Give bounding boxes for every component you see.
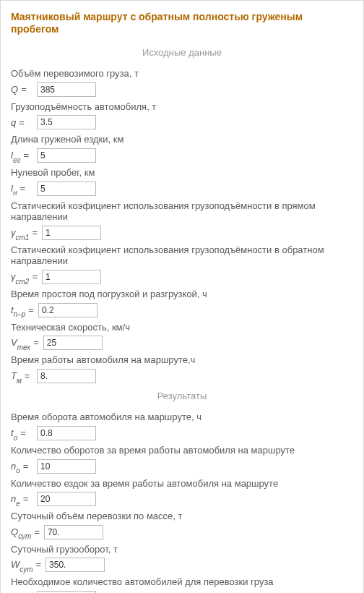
var-Q: Q=: [11, 84, 37, 95]
output-wsut[interactable]: [46, 558, 105, 572]
row-Q: Q=: [11, 82, 353, 97]
label-ln: Нулевой пробег, км: [11, 167, 353, 179]
output-no[interactable]: [37, 459, 96, 474]
output-ne[interactable]: [37, 492, 96, 506]
input-Q[interactable]: [37, 82, 96, 97]
input-q[interactable]: [37, 115, 96, 129]
row-tpr: tп–р=: [11, 303, 353, 317]
output-to[interactable]: [37, 426, 96, 440]
row-wsut: Wсут=: [11, 558, 353, 572]
label-qsut: Суточный объём перевозки по массе, т: [11, 511, 353, 522]
input-gamma2[interactable]: [42, 270, 101, 284]
row-leg: lег=: [11, 148, 353, 163]
label-leg: Длина груженой ездки, км: [11, 134, 353, 145]
var-q: q=: [11, 117, 37, 129]
var-tpr: tп–р=: [11, 304, 38, 316]
var-qsut: Qсут=: [11, 526, 44, 538]
var-ln: lн=: [11, 183, 37, 195]
row-tm: Tм=: [11, 369, 353, 383]
label-A: Необходимое количество автомобилей для п…: [11, 576, 353, 588]
section-input-heading: Исходные данные: [11, 47, 353, 59]
row-q: q=: [11, 115, 353, 129]
row-ln: lн=: [11, 182, 353, 196]
var-leg: lег=: [11, 150, 37, 161]
input-tm[interactable]: [37, 369, 96, 383]
var-wsut: Wсут=: [11, 559, 46, 571]
var-ne: nе=: [11, 493, 37, 505]
label-Q: Объём перевозимого груза, т: [11, 68, 353, 80]
input-gamma1[interactable]: [42, 226, 101, 240]
label-gamma1: Статический коэфициент использования гру…: [11, 200, 353, 223]
var-tm: Tм=: [11, 370, 37, 382]
output-qsut[interactable]: [44, 525, 103, 539]
row-vtex: Vтех=: [11, 336, 353, 350]
var-vtex: Vтех=: [11, 337, 43, 349]
section-output-heading: Результаты: [11, 391, 353, 402]
label-vtex: Техническая скорость, км/ч: [11, 322, 353, 333]
label-to: Время оборота автомобиля на маршруте, ч: [11, 411, 353, 423]
var-gamma2: γст2=: [11, 271, 42, 283]
input-tpr[interactable]: [38, 303, 98, 317]
row-to: tо=: [11, 426, 353, 440]
row-gamma2: γст2=: [11, 270, 353, 284]
label-ne: Количество ездок за время работы автомоб…: [11, 478, 353, 490]
label-q: Грузоподъёмность автомобиля, т: [11, 101, 353, 113]
label-no: Количество оборотов за время работы авто…: [11, 445, 353, 456]
var-gamma1: γст1=: [11, 227, 42, 239]
label-gamma2: Статический коэфициент использования гру…: [11, 244, 353, 267]
input-ln[interactable]: [37, 182, 96, 196]
var-no: nо=: [11, 461, 37, 472]
input-leg[interactable]: [37, 148, 96, 163]
input-vtex[interactable]: [43, 336, 103, 350]
row-ne: nе=: [11, 492, 353, 506]
row-qsut: Qсут=: [11, 525, 353, 539]
row-no: nо=: [11, 459, 353, 474]
label-tpr: Время простоя под погрузкой и разгрузкой…: [11, 289, 353, 300]
var-to: tо=: [11, 427, 37, 439]
label-tm: Время работы автомобиля на маршруте,ч: [11, 354, 353, 366]
row-gamma1: γст1=: [11, 226, 353, 240]
doc-title: Маятниковый маршрут с обратным полностью…: [11, 11, 353, 35]
label-wsut: Суточный грузооборот, т: [11, 544, 353, 555]
document-root: Маятниковый маршрут с обратным полностью…: [0, 0, 364, 593]
